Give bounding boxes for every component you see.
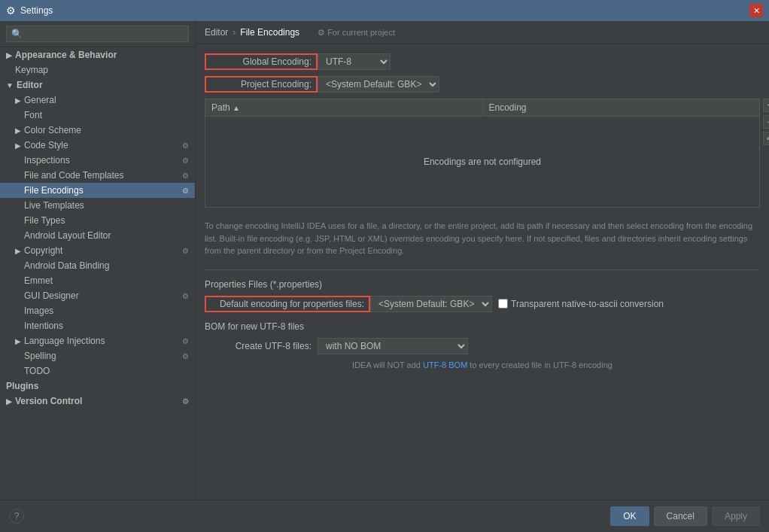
project-encoding-row: Project Encoding: <System Default: GBK> … — [205, 76, 760, 93]
arrow-icon: ▶ — [15, 247, 21, 255]
sidebar-item-android-data-binding[interactable]: Android Data Binding — [0, 258, 195, 273]
sidebar-item-file-code-templates[interactable]: File and Code Templates ⚙ — [0, 168, 195, 183]
sidebar-item-label: Font — [24, 110, 42, 120]
sidebar-item-appearance[interactable]: ▶ Appearance & Behavior — [0, 47, 195, 62]
bom-section: BOM for new UTF-8 files Create UTF-8 fil… — [205, 321, 760, 369]
panel-header: Editor › File Encodings ⚙ For current pr… — [196, 21, 769, 44]
arrow-icon: ▶ — [15, 141, 21, 150]
sidebar-item-live-templates[interactable]: Live Templates — [0, 198, 195, 213]
search-input[interactable] — [6, 26, 189, 42]
global-encoding-select[interactable]: UTF-8 UTF-16 ISO-8859-1 GBK — [318, 53, 391, 70]
properties-section: Properties Files (*.properties) Default … — [205, 269, 760, 312]
sidebar-item-android-layout-editor[interactable]: Android Layout Editor — [0, 228, 195, 243]
sidebar-item-file-types[interactable]: File Types — [0, 213, 195, 228]
sidebar-item-general[interactable]: ▶ General — [0, 93, 195, 108]
sidebar-item-copyright[interactable]: ▶ Copyright ⚙ — [0, 243, 195, 258]
bom-note: IDEA will NOT add UTF-8 BOM to every cre… — [205, 360, 760, 369]
bottom-bar: ? OK Cancel Apply — [0, 500, 769, 532]
sidebar-item-label: Color Scheme — [24, 125, 81, 135]
create-utf8-select[interactable]: with NO BOM with BOM — [318, 338, 468, 354]
arrow-icon: ▶ — [6, 397, 12, 406]
transparent-ascii-checkbox[interactable] — [498, 299, 508, 309]
sidebar-item-intentions[interactable]: Intentions — [0, 318, 195, 333]
sidebar-item-keymap[interactable]: Keymap — [0, 62, 195, 78]
cancel-button[interactable]: Cancel — [654, 506, 707, 526]
description-text: To change encoding IntelliJ IDEA uses fo… — [205, 214, 760, 263]
apply-button[interactable]: Apply — [712, 506, 760, 526]
sidebar: ▶ Appearance & Behavior Keymap ▼ Editor … — [0, 21, 196, 500]
sidebar-item-label: File Encodings — [24, 185, 84, 196]
for-current-project-label: ⚙ For current project — [318, 28, 395, 38]
sidebar-item-label: General — [24, 95, 56, 105]
sidebar-item-label: Language Injections — [24, 336, 105, 346]
edit-encoding-button[interactable]: ✏ — [763, 132, 769, 145]
sidebar-item-version-control[interactable]: ▶ Version Control ⚙ — [0, 394, 195, 409]
arrow-icon: ▶ — [6, 51, 12, 59]
bom-note-prefix: IDEA will NOT add — [352, 360, 423, 369]
global-encoding-label: Global Encoding: — [205, 53, 318, 70]
breadcrumb: Editor › File Encodings — [205, 27, 299, 38]
global-encoding-row: Global Encoding: UTF-8 UTF-16 ISO-8859-1… — [205, 53, 760, 70]
sidebar-item-label: Version Control — [15, 396, 82, 406]
ok-button[interactable]: OK — [610, 506, 649, 526]
arrow-icon: ▼ — [6, 81, 14, 90]
sidebar-item-label: Keymap — [15, 65, 48, 75]
table-header: Path ▲ Encoding — [205, 99, 759, 117]
sidebar-item-language-injections[interactable]: ▶ Language Injections ⚙ — [0, 333, 195, 348]
sidebar-item-todo[interactable]: TODO — [0, 363, 195, 378]
content-area: ▶ Appearance & Behavior Keymap ▼ Editor … — [0, 21, 769, 500]
config-icon: ⚙ — [182, 352, 189, 360]
config-icon: ⚙ — [182, 247, 189, 255]
sidebar-item-label: Emmet — [24, 275, 53, 286]
default-encoding-select[interactable]: <System Default: GBK> UTF-8 GBK ISO-8859… — [370, 296, 492, 312]
create-utf8-row: Create UTF-8 files: with NO BOM with BOM — [205, 338, 760, 354]
close-button[interactable]: ✕ — [749, 4, 763, 17]
sidebar-item-plugins[interactable]: Plugins — [0, 378, 195, 394]
help-button[interactable]: ? — [9, 509, 24, 524]
titlebar: ⚙ Settings ✕ — [0, 0, 769, 21]
sidebar-item-label: Editor — [17, 80, 43, 90]
sidebar-item-label: GUI Designer — [24, 290, 79, 301]
config-icon: ⚙ — [182, 187, 189, 195]
breadcrumb-separator: › — [233, 27, 236, 38]
sidebar-item-label: Live Templates — [24, 200, 84, 211]
sidebar-item-label: Spelling — [24, 351, 56, 361]
panel-content: Global Encoding: UTF-8 UTF-16 ISO-8859-1… — [196, 44, 769, 500]
sidebar-item-label: Copyright — [24, 245, 62, 256]
sidebar-item-editor[interactable]: ▼ Editor — [0, 78, 195, 93]
sidebar-item-gui-designer[interactable]: GUI Designer ⚙ — [0, 288, 195, 303]
config-icon: ⚙ — [182, 292, 189, 300]
sidebar-item-color-scheme[interactable]: ▶ Color Scheme — [0, 123, 195, 138]
sidebar-item-spelling[interactable]: Spelling ⚙ — [0, 348, 195, 363]
sidebar-item-label: Intentions — [24, 321, 63, 331]
sidebar-item-label: File Types — [24, 215, 65, 226]
sidebar-item-label: File and Code Templates — [24, 170, 124, 181]
transparent-ascii-label: Transparent native-to-ascii conversion — [498, 299, 664, 309]
table-empty-message: Encodings are not configured — [424, 157, 541, 167]
sidebar-item-label: Android Layout Editor — [24, 230, 111, 241]
config-icon: ⚙ — [182, 397, 189, 406]
config-icon: ⚙ — [182, 141, 189, 150]
table-body: Encodings are not configured — [205, 117, 759, 207]
default-encoding-label: Default encoding for properties files: — [205, 296, 370, 312]
add-encoding-button[interactable]: + — [763, 99, 769, 112]
project-encoding-label: Project Encoding: — [205, 76, 318, 93]
sidebar-item-code-style[interactable]: ▶ Code Style ⚙ — [0, 138, 195, 153]
remove-encoding-button[interactable]: − — [763, 115, 769, 129]
config-icon: ⚙ — [182, 172, 189, 180]
encoding-table: Path ▲ Encoding Encodings are not config… — [205, 99, 760, 208]
properties-section-title: Properties Files (*.properties) — [205, 279, 760, 290]
sidebar-item-font[interactable]: Font — [0, 108, 195, 123]
sidebar-item-images[interactable]: Images — [0, 303, 195, 318]
encoding-header: Encoding — [483, 99, 760, 116]
config-icon: ⚙ — [182, 337, 189, 345]
main-container: ▶ Appearance & Behavior Keymap ▼ Editor … — [0, 21, 769, 532]
sidebar-item-label: Code Style — [24, 140, 68, 150]
sidebar-item-label: TODO — [24, 366, 50, 376]
sidebar-item-file-encodings[interactable]: File Encodings ⚙ — [0, 183, 195, 198]
default-encoding-row: Default encoding for properties files: <… — [205, 296, 760, 312]
bom-section-title: BOM for new UTF-8 files — [205, 321, 760, 332]
sidebar-item-inspections[interactable]: Inspections ⚙ — [0, 153, 195, 168]
project-encoding-select[interactable]: <System Default: GBK> UTF-8 UTF-16 GBK — [318, 76, 439, 93]
sidebar-item-emmet[interactable]: Emmet — [0, 273, 195, 288]
